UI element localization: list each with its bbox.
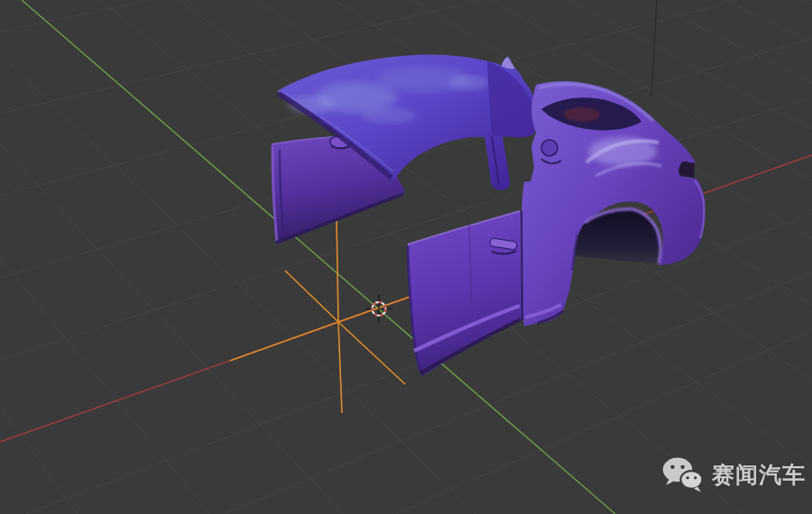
watermark: 赛闻汽车	[661, 451, 806, 498]
grid-line	[782, 0, 812, 514]
viewport-canvas[interactable]	[0, 0, 812, 514]
empty-arm-x-minus	[230, 322, 338, 361]
roof-fin	[502, 57, 515, 69]
grid-line	[0, 0, 225, 514]
3d-cursor[interactable]	[365, 295, 392, 324]
taillight-notch	[678, 161, 695, 178]
wechat-icon	[661, 453, 705, 496]
stray-edge-line	[651, 0, 657, 96]
quarter-window-gap	[511, 147, 534, 183]
watermark-text: 赛闻汽车	[712, 460, 806, 490]
empty-arm-y-plus	[338, 322, 405, 384]
grid-line	[0, 0, 360, 514]
car-body-object[interactable]	[272, 55, 705, 376]
pillar-boss	[541, 140, 558, 156]
grid-line	[706, 0, 812, 514]
empty-arm-y-minus	[285, 271, 338, 322]
right-door-panel[interactable]	[408, 211, 522, 376]
grid-line	[0, 0, 812, 33]
empty-arm-z-up	[337, 216, 338, 322]
rear-quarter-trunk[interactable]	[511, 81, 705, 326]
3d-viewport[interactable]: 赛闻汽车	[0, 0, 812, 514]
empty-arm-z-down	[338, 322, 342, 413]
